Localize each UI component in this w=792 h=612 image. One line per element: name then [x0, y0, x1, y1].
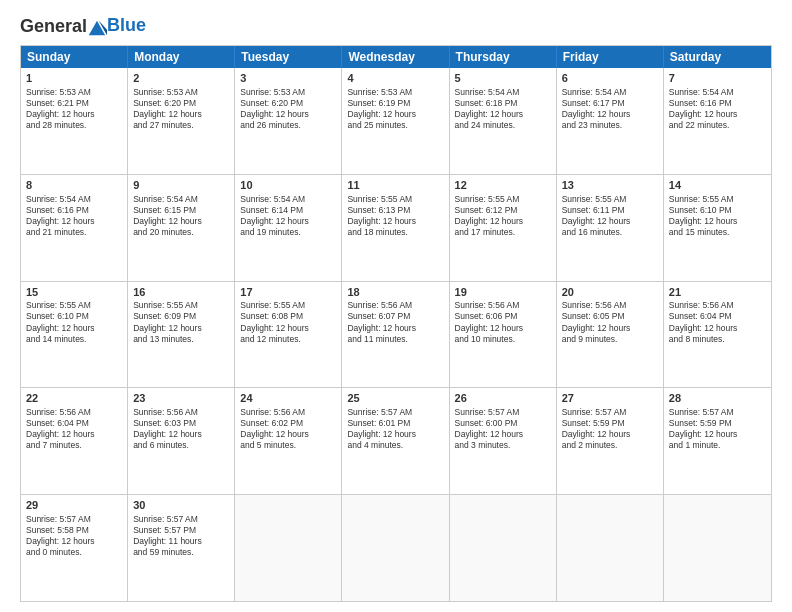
day-info: Sunrise: 5:57 AM Sunset: 6:01 PM Dayligh…	[347, 407, 443, 451]
day-number: 16	[133, 285, 229, 300]
day-number: 24	[240, 391, 336, 406]
calendar-cell: 21Sunrise: 5:56 AM Sunset: 6:04 PM Dayli…	[664, 282, 771, 388]
day-info: Sunrise: 5:57 AM Sunset: 6:00 PM Dayligh…	[455, 407, 551, 451]
calendar-cell: 24Sunrise: 5:56 AM Sunset: 6:02 PM Dayli…	[235, 388, 342, 494]
day-number: 1	[26, 71, 122, 86]
day-info: Sunrise: 5:57 AM Sunset: 5:57 PM Dayligh…	[133, 514, 229, 558]
day-info: Sunrise: 5:56 AM Sunset: 6:03 PM Dayligh…	[133, 407, 229, 451]
day-number: 25	[347, 391, 443, 406]
day-number: 19	[455, 285, 551, 300]
day-info: Sunrise: 5:56 AM Sunset: 6:04 PM Dayligh…	[26, 407, 122, 451]
calendar-cell: 20Sunrise: 5:56 AM Sunset: 6:05 PM Dayli…	[557, 282, 664, 388]
day-number: 28	[669, 391, 766, 406]
calendar-header-day: Wednesday	[342, 46, 449, 68]
day-number: 30	[133, 498, 229, 513]
calendar-cell: 18Sunrise: 5:56 AM Sunset: 6:07 PM Dayli…	[342, 282, 449, 388]
calendar-cell-empty	[342, 495, 449, 601]
calendar-cell: 7Sunrise: 5:54 AM Sunset: 6:16 PM Daylig…	[664, 68, 771, 174]
calendar-header-day: Saturday	[664, 46, 771, 68]
day-number: 13	[562, 178, 658, 193]
logo-text: GeneralBlue	[20, 16, 146, 37]
calendar-cell: 26Sunrise: 5:57 AM Sunset: 6:00 PM Dayli…	[450, 388, 557, 494]
logo-general: General	[20, 16, 87, 37]
calendar-cell: 15Sunrise: 5:55 AM Sunset: 6:10 PM Dayli…	[21, 282, 128, 388]
calendar-cell: 6Sunrise: 5:54 AM Sunset: 6:17 PM Daylig…	[557, 68, 664, 174]
calendar-cell: 30Sunrise: 5:57 AM Sunset: 5:57 PM Dayli…	[128, 495, 235, 601]
calendar-cell: 1Sunrise: 5:53 AM Sunset: 6:21 PM Daylig…	[21, 68, 128, 174]
day-number: 26	[455, 391, 551, 406]
calendar-cell: 12Sunrise: 5:55 AM Sunset: 6:12 PM Dayli…	[450, 175, 557, 281]
calendar-header-day: Thursday	[450, 46, 557, 68]
calendar-cell: 5Sunrise: 5:54 AM Sunset: 6:18 PM Daylig…	[450, 68, 557, 174]
day-number: 29	[26, 498, 122, 513]
calendar-cell: 10Sunrise: 5:54 AM Sunset: 6:14 PM Dayli…	[235, 175, 342, 281]
calendar-row: 29Sunrise: 5:57 AM Sunset: 5:58 PM Dayli…	[21, 495, 771, 601]
day-info: Sunrise: 5:55 AM Sunset: 6:10 PM Dayligh…	[26, 300, 122, 344]
day-info: Sunrise: 5:53 AM Sunset: 6:19 PM Dayligh…	[347, 87, 443, 131]
calendar-cell-empty	[664, 495, 771, 601]
logo-icon	[87, 17, 107, 37]
day-number: 27	[562, 391, 658, 406]
page: GeneralBlue SundayMondayTuesdayWednesday…	[0, 0, 792, 612]
day-info: Sunrise: 5:53 AM Sunset: 6:21 PM Dayligh…	[26, 87, 122, 131]
calendar: SundayMondayTuesdayWednesdayThursdayFrid…	[20, 45, 772, 602]
calendar-row: 1Sunrise: 5:53 AM Sunset: 6:21 PM Daylig…	[21, 68, 771, 175]
day-info: Sunrise: 5:56 AM Sunset: 6:02 PM Dayligh…	[240, 407, 336, 451]
calendar-cell: 28Sunrise: 5:57 AM Sunset: 5:59 PM Dayli…	[664, 388, 771, 494]
day-number: 4	[347, 71, 443, 86]
day-info: Sunrise: 5:56 AM Sunset: 6:04 PM Dayligh…	[669, 300, 766, 344]
calendar-cell: 14Sunrise: 5:55 AM Sunset: 6:10 PM Dayli…	[664, 175, 771, 281]
day-number: 18	[347, 285, 443, 300]
day-number: 15	[26, 285, 122, 300]
calendar-cell: 19Sunrise: 5:56 AM Sunset: 6:06 PM Dayli…	[450, 282, 557, 388]
day-info: Sunrise: 5:56 AM Sunset: 6:07 PM Dayligh…	[347, 300, 443, 344]
day-number: 6	[562, 71, 658, 86]
logo: GeneralBlue	[20, 16, 146, 37]
day-info: Sunrise: 5:54 AM Sunset: 6:18 PM Dayligh…	[455, 87, 551, 131]
calendar-cell-empty	[450, 495, 557, 601]
day-number: 9	[133, 178, 229, 193]
day-info: Sunrise: 5:53 AM Sunset: 6:20 PM Dayligh…	[133, 87, 229, 131]
calendar-cell: 2Sunrise: 5:53 AM Sunset: 6:20 PM Daylig…	[128, 68, 235, 174]
day-number: 10	[240, 178, 336, 193]
day-info: Sunrise: 5:53 AM Sunset: 6:20 PM Dayligh…	[240, 87, 336, 131]
calendar-body: 1Sunrise: 5:53 AM Sunset: 6:21 PM Daylig…	[21, 68, 771, 601]
calendar-cell: 4Sunrise: 5:53 AM Sunset: 6:19 PM Daylig…	[342, 68, 449, 174]
calendar-cell: 17Sunrise: 5:55 AM Sunset: 6:08 PM Dayli…	[235, 282, 342, 388]
calendar-cell: 25Sunrise: 5:57 AM Sunset: 6:01 PM Dayli…	[342, 388, 449, 494]
calendar-cell: 8Sunrise: 5:54 AM Sunset: 6:16 PM Daylig…	[21, 175, 128, 281]
calendar-row: 22Sunrise: 5:56 AM Sunset: 6:04 PM Dayli…	[21, 388, 771, 495]
day-info: Sunrise: 5:54 AM Sunset: 6:16 PM Dayligh…	[26, 194, 122, 238]
calendar-cell: 22Sunrise: 5:56 AM Sunset: 6:04 PM Dayli…	[21, 388, 128, 494]
day-info: Sunrise: 5:56 AM Sunset: 6:05 PM Dayligh…	[562, 300, 658, 344]
day-number: 20	[562, 285, 658, 300]
day-info: Sunrise: 5:57 AM Sunset: 5:59 PM Dayligh…	[669, 407, 766, 451]
day-info: Sunrise: 5:54 AM Sunset: 6:15 PM Dayligh…	[133, 194, 229, 238]
calendar-row: 15Sunrise: 5:55 AM Sunset: 6:10 PM Dayli…	[21, 282, 771, 389]
day-number: 23	[133, 391, 229, 406]
day-number: 22	[26, 391, 122, 406]
day-number: 2	[133, 71, 229, 86]
logo-blue: Blue	[107, 15, 146, 35]
calendar-header-day: Tuesday	[235, 46, 342, 68]
day-number: 11	[347, 178, 443, 193]
calendar-cell: 29Sunrise: 5:57 AM Sunset: 5:58 PM Dayli…	[21, 495, 128, 601]
header: GeneralBlue	[20, 16, 772, 37]
day-info: Sunrise: 5:55 AM Sunset: 6:12 PM Dayligh…	[455, 194, 551, 238]
calendar-cell: 23Sunrise: 5:56 AM Sunset: 6:03 PM Dayli…	[128, 388, 235, 494]
day-info: Sunrise: 5:56 AM Sunset: 6:06 PM Dayligh…	[455, 300, 551, 344]
day-info: Sunrise: 5:55 AM Sunset: 6:13 PM Dayligh…	[347, 194, 443, 238]
svg-marker-0	[89, 20, 105, 35]
day-info: Sunrise: 5:54 AM Sunset: 6:16 PM Dayligh…	[669, 87, 766, 131]
day-info: Sunrise: 5:57 AM Sunset: 5:59 PM Dayligh…	[562, 407, 658, 451]
calendar-cell-empty	[235, 495, 342, 601]
calendar-cell: 9Sunrise: 5:54 AM Sunset: 6:15 PM Daylig…	[128, 175, 235, 281]
calendar-header-day: Friday	[557, 46, 664, 68]
day-number: 5	[455, 71, 551, 86]
calendar-header: SundayMondayTuesdayWednesdayThursdayFrid…	[21, 46, 771, 68]
calendar-header-day: Sunday	[21, 46, 128, 68]
day-number: 8	[26, 178, 122, 193]
day-info: Sunrise: 5:55 AM Sunset: 6:08 PM Dayligh…	[240, 300, 336, 344]
day-info: Sunrise: 5:54 AM Sunset: 6:17 PM Dayligh…	[562, 87, 658, 131]
day-info: Sunrise: 5:55 AM Sunset: 6:10 PM Dayligh…	[669, 194, 766, 238]
